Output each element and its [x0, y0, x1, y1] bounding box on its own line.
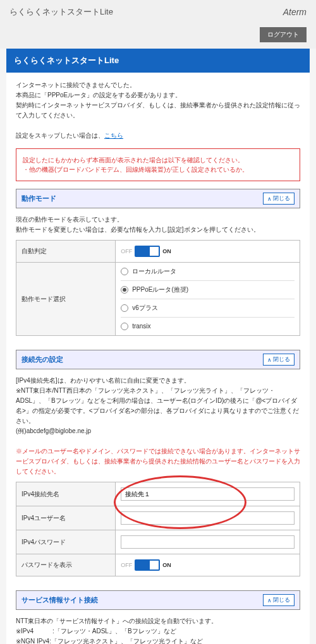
show-pass-label: パスワードを表示: [16, 554, 116, 576]
intro-text: インターネットに接続できませんでした。 本商品に「PPPoEルータ」の設定をする…: [16, 80, 300, 141]
mode-close-button[interactable]: ∧閉じる: [263, 193, 295, 205]
service-close-button[interactable]: ∧閉じる: [263, 594, 295, 606]
ipv4-pass-label: IPv4パスワード: [16, 530, 116, 554]
brand-logo: Aterm: [283, 7, 307, 17]
chevron-up-icon: ∧: [267, 597, 272, 604]
ipv4-user-label: IPv4ユーザー名: [16, 506, 116, 530]
auto-detect-toggle[interactable]: OFF ON: [121, 246, 171, 257]
mode-option-pppoe[interactable]: PPPoEルータ(推奨): [121, 280, 295, 299]
warning-box: 設定したにもかかわらず本画面が表示された場合は以下を確認してください。 ・他の機…: [16, 148, 300, 181]
skip-link[interactable]: こちら: [104, 132, 123, 139]
radio-icon: [121, 268, 128, 275]
page-title: らくらくネットスタートLite: [9, 6, 113, 18]
auto-detect-label: 自動判定: [16, 241, 116, 263]
toggle-switch-icon: [135, 559, 160, 571]
radio-icon: [121, 304, 128, 312]
ipv4-user-input[interactable]: [121, 511, 295, 525]
connection-warning: ※メールのユーザー名やドメイン、パスワードでは接続できない場合があります。インタ…: [16, 446, 300, 477]
mode-option-v6plus[interactable]: v6プラス: [121, 299, 295, 317]
logout-button[interactable]: ログアウト: [260, 27, 307, 42]
show-pass-toggle[interactable]: OFF ON: [121, 559, 171, 571]
ipv4-name-input[interactable]: [121, 487, 295, 501]
toggle-switch-icon: [135, 246, 160, 257]
connection-close-button[interactable]: ∧閉じる: [263, 354, 295, 366]
mode-option-local[interactable]: ローカルルータ: [121, 263, 295, 280]
ipv4-name-label: IPv4接続先名: [16, 482, 116, 506]
radio-icon: [121, 286, 128, 294]
chevron-up-icon: ∧: [267, 196, 272, 202]
ipv4-pass-input[interactable]: [121, 535, 295, 549]
service-panel-header: サービス情報サイト接続 ∧閉じる: [16, 590, 300, 610]
chevron-up-icon: ∧: [267, 357, 272, 363]
title-bar: らくらくネットスタートLite: [6, 49, 310, 73]
mode-option-transix[interactable]: transix: [121, 317, 295, 335]
mode-panel-header: 動作モード ∧閉じる: [16, 189, 300, 208]
mode-select-label: 動作モード選択: [16, 263, 116, 336]
connection-panel-header: 接続先の設定 ∧閉じる: [16, 350, 300, 369]
radio-icon: [121, 323, 128, 330]
